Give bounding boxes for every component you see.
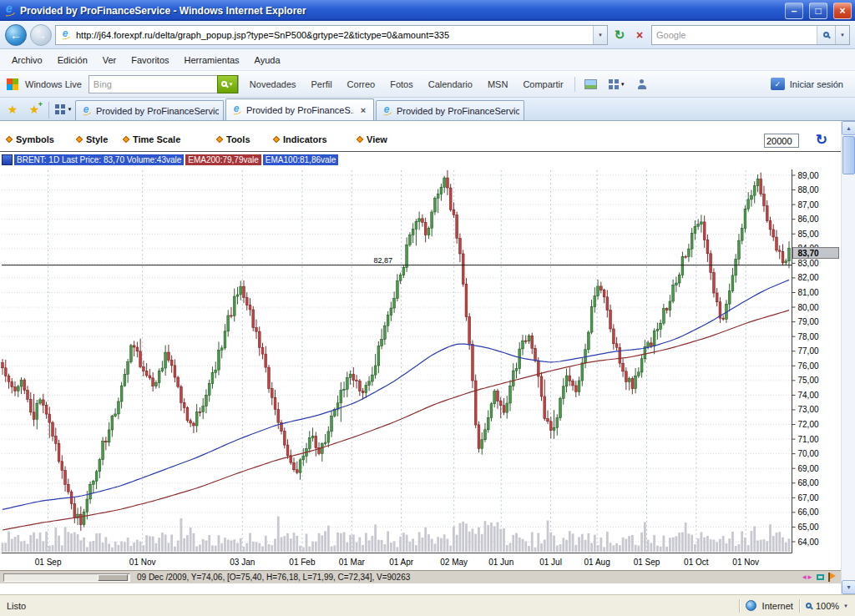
quick-tabs-button[interactable]: ▼: [53, 99, 73, 119]
windows-live-flag-icon: [7, 78, 18, 90]
legend-ema100[interactable]: EMA100:81,86vale: [263, 154, 339, 165]
magnifier-icon: [221, 81, 227, 87]
bing-search-button[interactable]: ▼: [217, 75, 238, 93]
svg-text:01 Nov: 01 Nov: [732, 558, 759, 567]
ie-logo-icon: [3, 4, 16, 17]
menu-indicators[interactable]: Indicators: [274, 134, 327, 144]
tab-bar: ★ ★+ ▼ Provided by ProFinanceService Pro…: [0, 98, 855, 121]
svg-text:01 Sep: 01 Sep: [35, 558, 62, 567]
link-msn[interactable]: MSN: [483, 79, 512, 89]
legend-ema200[interactable]: EMA200:79,79vale: [185, 154, 261, 165]
legend-main[interactable]: BRENT: 1D Last Price: 83,70 Volume:43val…: [14, 154, 184, 165]
vertical-scrollbar[interactable]: ▲ ▼: [841, 121, 855, 594]
bing-search-input[interactable]: [89, 78, 217, 90]
svg-text:01 Feb: 01 Feb: [289, 558, 316, 567]
sign-in-button[interactable]: Iniciar sesión: [771, 78, 848, 90]
tab-1[interactable]: Provided by ProFinanceService: [75, 100, 224, 120]
menu-edicion[interactable]: Edición: [51, 53, 94, 68]
scrollbar-thumb[interactable]: [842, 136, 855, 174]
svg-text:64,00: 64,00: [798, 538, 819, 547]
title-bar[interactable]: Provided by ProFinanceService - Windows …: [0, 0, 855, 21]
photos-button[interactable]: [582, 76, 600, 93]
favorites-button[interactable]: ★: [3, 99, 23, 119]
menu-ver[interactable]: Ver: [96, 53, 124, 68]
zoom-dropdown-icon[interactable]: ▼: [843, 603, 848, 608]
amount-input[interactable]: [764, 134, 799, 148]
search-input[interactable]: [652, 29, 817, 41]
scroll-down-button[interactable]: ▼: [842, 580, 855, 594]
svg-text:69,00: 69,00: [798, 464, 819, 473]
maximize-button[interactable]: □: [809, 3, 827, 19]
menu-favoritos[interactable]: Favoritos: [124, 53, 175, 68]
add-favorite-button[interactable]: ★+: [24, 99, 44, 119]
back-button[interactable]: ←: [5, 24, 27, 46]
stop-button[interactable]: ×: [631, 26, 648, 44]
separator: [48, 102, 49, 119]
menu-tools[interactable]: Tools: [217, 134, 250, 144]
menu-herramientas[interactable]: Herramientas: [178, 53, 246, 68]
menu-symbols[interactable]: Symbols: [7, 134, 54, 144]
select-box-icon[interactable]: [817, 574, 824, 580]
tab-close-icon[interactable]: ×: [357, 105, 369, 115]
flag-icon[interactable]: [828, 573, 836, 582]
person-icon: [637, 79, 647, 89]
svg-text:01 Jun: 01 Jun: [488, 558, 514, 567]
menu-archivo[interactable]: Archivo: [5, 53, 49, 68]
forward-button[interactable]: →: [30, 24, 52, 46]
tab-2-active[interactable]: Provided by ProFinanceS... ×: [225, 98, 374, 120]
link-fotos[interactable]: Fotos: [386, 79, 417, 89]
search-box: ▼: [651, 25, 850, 45]
pan-arrows-icon[interactable]: ◄►: [801, 574, 812, 581]
url-input[interactable]: [74, 27, 590, 43]
chart-toolbar: Symbols Style Time Scale Tools Indicator…: [0, 131, 841, 152]
menu-view[interactable]: View: [357, 134, 387, 144]
windows-live-label[interactable]: Windows Live: [25, 79, 82, 89]
menu-style[interactable]: Style: [77, 134, 108, 144]
tab-label: Provided by ProFinanceService: [397, 106, 519, 116]
search-button[interactable]: [817, 26, 835, 44]
link-calendario[interactable]: Calendario: [424, 79, 477, 89]
address-field[interactable]: ▼: [55, 25, 608, 45]
svg-text:89,00: 89,00: [798, 171, 819, 180]
zoom-magnifier-icon: [806, 603, 812, 608]
sign-in-label: Iniciar sesión: [790, 79, 843, 89]
page-favicon-icon: [60, 29, 71, 40]
star-icon: ★: [8, 104, 18, 115]
close-button[interactable]: ×: [833, 3, 852, 19]
refresh-button[interactable]: ↻: [611, 26, 628, 44]
link-perfil[interactable]: Perfil: [307, 79, 336, 89]
diamond-icon: [123, 136, 129, 143]
search-dropdown-button[interactable]: ▼: [835, 26, 849, 44]
series-icon[interactable]: [2, 154, 13, 165]
separator: [739, 599, 740, 613]
link-compartir[interactable]: Compartir: [519, 79, 567, 89]
chart-refresh-icon[interactable]: ↻: [816, 131, 827, 149]
chart-hscrollbar[interactable]: [3, 573, 130, 582]
svg-text:01 Aug: 01 Aug: [584, 558, 610, 567]
tab-3[interactable]: Provided by ProFinanceService: [376, 100, 524, 120]
menu-ayuda[interactable]: Ayuda: [248, 53, 287, 68]
tab-label: Provided by ProFinanceService: [96, 106, 219, 116]
svg-text:82,00: 82,00: [798, 273, 819, 282]
address-dropdown-button[interactable]: ▼: [593, 26, 607, 44]
hscrollbar-thumb[interactable]: [98, 574, 128, 581]
svg-text:01 Apr: 01 Apr: [389, 558, 414, 567]
internet-zone-icon: [746, 600, 756, 611]
people-button[interactable]: [635, 76, 650, 93]
link-novedades[interactable]: Novedades: [245, 79, 301, 89]
price-chart[interactable]: 64,0065,0066,0067,0068,0069,0070,0071,00…: [0, 165, 841, 570]
zoom-control[interactable]: 100% ▼: [806, 601, 848, 611]
svg-text:01 Jul: 01 Jul: [539, 558, 562, 567]
dropdown-icon: ▼: [228, 82, 233, 87]
menu-time-scale[interactable]: Time Scale: [124, 134, 180, 144]
svg-text:85,00: 85,00: [798, 230, 819, 239]
quick-tabs-icon: [55, 104, 65, 114]
separator: [574, 77, 575, 92]
scroll-up-button[interactable]: ▲: [842, 121, 855, 135]
tab-label: Provided by ProFinanceS...: [246, 105, 354, 115]
layout-button[interactable]: ▼: [606, 76, 628, 93]
minimize-button[interactable]: –: [785, 3, 803, 19]
svg-text:01 Nov: 01 Nov: [129, 558, 156, 567]
link-correo[interactable]: Correo: [343, 79, 380, 89]
plus-icon: +: [38, 101, 43, 109]
